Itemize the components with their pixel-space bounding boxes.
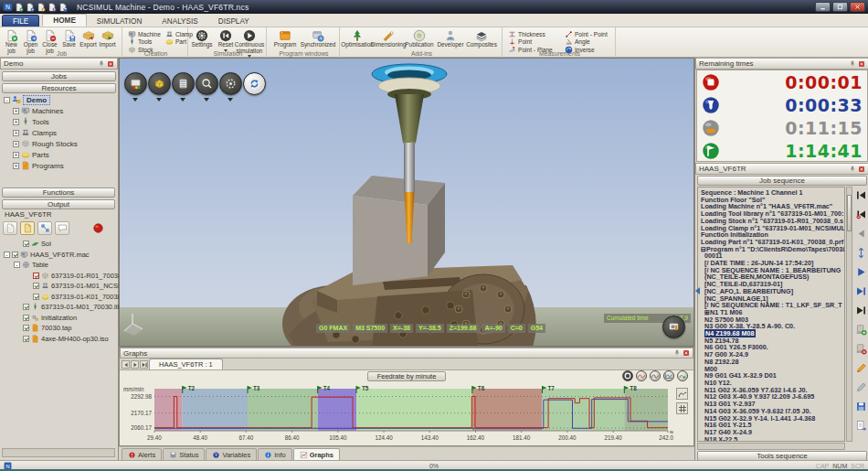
- clamp-button[interactable]: Clamp: [165, 30, 193, 38]
- job-sequence-vertical-scrollbar[interactable]: [846, 187, 852, 442]
- pin-icon[interactable]: [98, 60, 105, 68]
- output-item[interactable]: 637319-01-M01_NCSIM: [4, 281, 125, 292]
- dropdown-arrow-icon[interactable]: [132, 98, 138, 104]
- import-button[interactable]: Import: [98, 29, 117, 48]
- resources-root[interactable]: -Demo: [4, 94, 78, 105]
- resource-machines[interactable]: +Machines: [4, 105, 78, 116]
- view-settings-icon[interactable]: [219, 72, 242, 95]
- signature-icon[interactable]: [676, 388, 688, 400]
- resource-tools[interactable]: +Tools: [4, 116, 78, 127]
- jobs-section-bar[interactable]: Jobs: [2, 71, 116, 81]
- tab-scroll-right-icon[interactable]: [131, 360, 139, 369]
- output-item[interactable]: 637319-01-R01_70038: [4, 271, 125, 282]
- tools-button[interactable]: Tools: [128, 38, 161, 47]
- tab-info[interactable]: Info: [258, 448, 292, 460]
- view-display-icon[interactable]: [124, 72, 147, 95]
- output-item[interactable]: 637319-01-M01_70030.lib: [4, 302, 125, 313]
- autoscroll-icon[interactable]: [854, 246, 867, 259]
- rewind-icon[interactable]: [854, 208, 867, 220]
- view-zoom-icon[interactable]: [196, 72, 218, 95]
- minimize-button[interactable]: [815, 2, 831, 12]
- job-sequence-bar[interactable]: Job sequence: [697, 176, 867, 186]
- record-graph-icon[interactable]: [622, 370, 633, 381]
- dimensioning-button[interactable]: Dimensioning: [373, 29, 404, 48]
- optimisation-button[interactable]: Optimisation: [342, 29, 373, 48]
- dropdown-arrow-icon[interactable]: [204, 98, 209, 104]
- tab-simulation[interactable]: SIMULATION: [87, 16, 152, 27]
- view-calc-icon[interactable]: [172, 72, 195, 95]
- thickness-button[interactable]: Thickness: [508, 30, 560, 38]
- functions-section-bar[interactable]: Functions: [2, 187, 115, 198]
- tab-file[interactable]: FILE: [2, 15, 39, 27]
- go-next-icon[interactable]: [854, 284, 867, 297]
- go-end-icon[interactable]: [854, 304, 867, 316]
- curve3-icon[interactable]: [663, 370, 674, 381]
- pin-icon[interactable]: [849, 166, 856, 173]
- tab-scroll-end-icon[interactable]: [140, 360, 148, 369]
- quick-new-icon[interactable]: [15, 3, 24, 12]
- go-start-icon[interactable]: [854, 188, 867, 201]
- sidebar-horizontal-scrollbar[interactable]: [2, 448, 115, 457]
- settings-button[interactable]: Settings: [190, 29, 214, 48]
- curve2-icon[interactable]: [650, 370, 661, 381]
- panel-close-icon[interactable]: [683, 349, 690, 357]
- simulation-viewport[interactable]: G0 FMAXM3 S7500X=-38Y=-38.5Z=199.68A=-90…: [119, 58, 694, 347]
- output-item[interactable]: 637319-01-K01_70038: [4, 292, 125, 303]
- developer-button[interactable]: Developer: [435, 29, 466, 48]
- export-button[interactable]: Export: [79, 29, 98, 48]
- tab-analysis[interactable]: ANALYSIS: [152, 16, 207, 27]
- part-button[interactable]: Part: [165, 38, 193, 47]
- save-button[interactable]: Save: [59, 29, 79, 48]
- grid-icon[interactable]: [676, 402, 688, 414]
- angle-button[interactable]: Angle: [565, 38, 615, 47]
- output-section-bar[interactable]: Output: [2, 199, 115, 209]
- machine-toggle-icon[interactable]: [662, 316, 685, 338]
- nc-program-listing[interactable]: Sequence : Machine 1 Channel 1Function F…: [697, 187, 845, 442]
- save-disk-icon[interactable]: [854, 400, 867, 412]
- tab-status[interactable]: Status: [163, 448, 205, 460]
- panel-close-icon[interactable]: [858, 166, 865, 173]
- export-list-icon[interactable]: [854, 419, 867, 432]
- pin-icon[interactable]: [849, 60, 856, 68]
- edit-icon[interactable]: [854, 361, 867, 374]
- resource-clamps[interactable]: +Clamps: [4, 127, 78, 138]
- quick-save-icon[interactable]: [58, 3, 68, 12]
- play-icon[interactable]: [854, 265, 867, 278]
- output-item[interactable]: -HAAS_VF6TR.mac: [4, 250, 125, 261]
- dropdown-arrow-icon[interactable]: [228, 98, 233, 104]
- point---point-button[interactable]: Point - Point: [565, 30, 615, 38]
- output-item[interactable]: 4axe-MH400-op30.iso: [4, 334, 125, 345]
- resource-parts[interactable]: +Parts: [4, 149, 78, 160]
- quick-import-icon[interactable]: [37, 3, 46, 12]
- point-button[interactable]: Point: [508, 38, 560, 47]
- panel-close-icon[interactable]: [858, 60, 865, 68]
- splitter-collapse-icon[interactable]: [694, 286, 701, 295]
- quick-export-icon[interactable]: [48, 3, 57, 12]
- feedrate-by-minute-button[interactable]: Feedrate by minute: [367, 371, 447, 381]
- composites-button[interactable]: Composites: [466, 29, 497, 48]
- panel-close-icon[interactable]: [107, 60, 114, 68]
- resource-programs[interactable]: +Programs: [4, 160, 78, 171]
- tool-remove-icon[interactable]: [854, 342, 867, 355]
- dropdown-arrow-icon[interactable]: [180, 98, 185, 104]
- output-item[interactable]: -Table: [4, 260, 125, 271]
- step-back-icon[interactable]: [854, 227, 867, 240]
- job-sequence-horizontal-scrollbar[interactable]: [697, 443, 845, 450]
- tab-graphs[interactable]: Graphs: [293, 448, 340, 460]
- pencil-icon[interactable]: [854, 380, 867, 393]
- out-folder-icon[interactable]: [20, 221, 35, 235]
- curve1-icon[interactable]: [636, 370, 647, 381]
- machine-button[interactable]: Machine: [128, 30, 161, 38]
- close-button[interactable]: [850, 2, 865, 12]
- nc-line[interactable]: N8 Z192.28: [701, 359, 844, 366]
- pin-icon[interactable]: [673, 349, 681, 357]
- maximize-button[interactable]: [832, 2, 848, 12]
- tab-scroll-left-icon[interactable]: [122, 360, 130, 369]
- graph-tab[interactable]: HAAS_VF6TR : 1: [149, 359, 223, 369]
- curve-add-icon[interactable]: [677, 370, 688, 381]
- dropdown-arrow-icon[interactable]: [156, 98, 162, 104]
- tool-add-icon[interactable]: [854, 323, 867, 336]
- view-rotate-icon[interactable]: [243, 72, 266, 95]
- out-chat-icon[interactable]: [55, 221, 69, 235]
- program-button[interactable]: Program: [269, 29, 302, 48]
